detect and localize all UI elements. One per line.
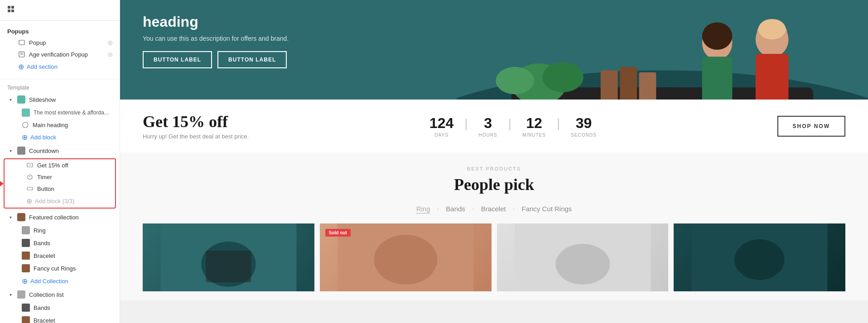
svg-rect-3 (11, 10, 14, 12)
add-section-button[interactable]: ⊕ Add section (0, 60, 120, 73)
product-card-1[interactable] (143, 223, 314, 291)
countdown-subtitle: Hurry up! Get the best deal at best pric… (143, 133, 249, 140)
featured-label: Featured collection (29, 214, 79, 221)
main-content: heading You can use this as description … (120, 0, 868, 323)
hero-btn-2[interactable]: BUTTON LABEL (217, 51, 287, 68)
shop-now-button[interactable]: SHOP NOW (777, 116, 845, 137)
slideshow-group-icon (17, 95, 25, 104)
fancy-cut-rings-icon (22, 264, 30, 272)
template-header: Template (0, 81, 120, 93)
bracelet-label: Bracelet (34, 252, 55, 259)
tab-dot-2: • (473, 207, 474, 211)
collection-list-label: Collection list (29, 291, 64, 298)
add-collection-label: Add Collection (30, 278, 68, 285)
countdown-left: Get 15% off Hurry up! Get the best deal … (143, 112, 249, 140)
timer-unit-days: 124 DAYS (420, 115, 463, 138)
countdown-title: Get 15% off (143, 112, 249, 131)
slideshow-add-block-button[interactable]: ⊕ Add block (0, 131, 120, 144)
tab-dot-1: • (437, 207, 439, 211)
days-label: DAYS (429, 133, 453, 138)
visibility-icon: ◎ (108, 39, 112, 46)
popups-header: Popups (0, 24, 120, 37)
ring-icon (22, 226, 30, 234)
add-collection-plus-icon: ⊕ (22, 277, 28, 285)
countdown-plus-icon: ⊕ (26, 197, 32, 205)
countdown-timer: 124 DAYS | 3 HOURS | 12 MINUTES | 39 SEC… (420, 115, 606, 138)
sidebar-item-collection-bands[interactable]: Bands (0, 301, 120, 314)
countdown-add-block-label: Add block (3/3) (35, 198, 74, 204)
sidebar-item-ring[interactable]: Ring (0, 224, 120, 237)
collection-bracelet-label: Bracelet (34, 317, 55, 323)
featured-group-header[interactable]: ▾ Featured collection (0, 210, 120, 224)
sidebar-item-bands[interactable]: Bands (0, 237, 120, 249)
main-heading-label: Main heading (33, 122, 68, 128)
svg-rect-33 (206, 251, 251, 282)
countdown-group-header[interactable]: ▾ Countdown (0, 144, 120, 157)
collection-list-group-header[interactable]: ▾ Collection list (0, 288, 120, 301)
add-section-label: Add section (27, 63, 58, 70)
countdown-section: Get 15% off Hurry up! Get the best deal … (120, 100, 868, 152)
tab-ring[interactable]: Ring (416, 203, 430, 214)
sidebar-item-timer[interactable]: Timer (5, 171, 115, 183)
hero-text: heading You can use this as description … (143, 14, 289, 68)
svg-rect-19 (620, 67, 637, 100)
svg-point-30 (496, 67, 534, 95)
tab-fancy-cut-rings[interactable]: Fancy Cut Rings (522, 203, 572, 214)
tab-bands[interactable]: Bands (446, 203, 465, 214)
get15off-icon (26, 162, 34, 169)
people-pick-title: People pick (143, 175, 845, 194)
age-verification-label: Age verification Popup (29, 51, 88, 58)
collection-bands-icon (22, 304, 30, 312)
timer-divider-1: | (463, 116, 469, 131)
get15off-label: Get 15% off (37, 162, 68, 169)
svg-rect-25 (756, 54, 789, 100)
ring-label: Ring (34, 227, 46, 234)
sidebar-item-popup[interactable]: Popup ◎ (0, 37, 120, 48)
sidebar-item-button[interactable]: Button (5, 183, 115, 195)
heading-icon (22, 121, 29, 128)
product-card-3[interactable] (497, 223, 669, 291)
sold-out-badge: Sold out (325, 229, 351, 237)
svg-rect-22 (702, 57, 733, 100)
slideshow-sub1-icon (22, 109, 30, 117)
sidebar-top-icon-area (0, 0, 120, 21)
countdown-add-block-button: ⊕ Add block (3/3) (5, 195, 115, 208)
svg-rect-1 (11, 6, 14, 9)
featured-toggle-arrow: ▾ (7, 214, 14, 220)
hours-value: 3 (479, 115, 497, 132)
slideshow-label: Slideshow (29, 96, 56, 103)
product-card-4[interactable] (674, 223, 845, 291)
bracelet-icon (22, 252, 30, 260)
hero-section: heading You can use this as description … (120, 0, 868, 100)
timer-unit-minutes: 12 MINUTES (513, 115, 555, 138)
hero-illustration-svg (457, 0, 868, 100)
add-collection-button[interactable]: ⊕ Add Collection (0, 275, 120, 288)
product-card-1-bg (143, 223, 314, 291)
countdown-label: Countdown (29, 147, 59, 154)
svg-rect-20 (639, 72, 656, 100)
sidebar-item-main-heading[interactable]: Main heading (0, 119, 120, 131)
svg-rect-2 (8, 10, 10, 12)
hero-btn-1[interactable]: BUTTON LABEL (143, 51, 212, 68)
slideshow-group-header[interactable]: ▾ Slideshow (0, 93, 120, 106)
seconds-value: 39 (571, 115, 596, 132)
minutes-label: MINUTES (522, 133, 546, 138)
svg-point-35 (374, 235, 437, 285)
product-1-image (143, 223, 314, 291)
product-tabs-row: Ring • Bands • Bracelet • Fancy Cut Ring… (143, 203, 845, 214)
sidebar-item-age-verification[interactable]: Age verification Popup ◎ (0, 48, 120, 60)
countdown-highlighted-box: Get 15% off Timer Button ⊕ Add block (3/… (4, 158, 116, 209)
timer-unit-seconds: 39 SECONDS (562, 115, 605, 138)
sidebar-item-get15off[interactable]: Get 15% off (5, 159, 115, 171)
sidebar-item-collection-bracelet[interactable]: Bracelet (0, 314, 120, 323)
countdown-group-icon (17, 147, 25, 155)
svg-rect-4 (19, 40, 24, 45)
sidebar-item-bracelet[interactable]: Bracelet (0, 249, 120, 262)
sidebar-item-fancy-cut-rings[interactable]: Fancy cut Rings (0, 262, 120, 275)
sidebar-item-slideshow-sub1[interactable]: The most extensive & afforda... (0, 106, 120, 119)
seconds-label: SECONDS (571, 133, 596, 138)
age-verification-icon (18, 51, 25, 58)
tab-bracelet[interactable]: Bracelet (481, 203, 506, 214)
product-card-2[interactable]: Sold out (320, 223, 492, 291)
product-card-4-bg (674, 223, 845, 291)
